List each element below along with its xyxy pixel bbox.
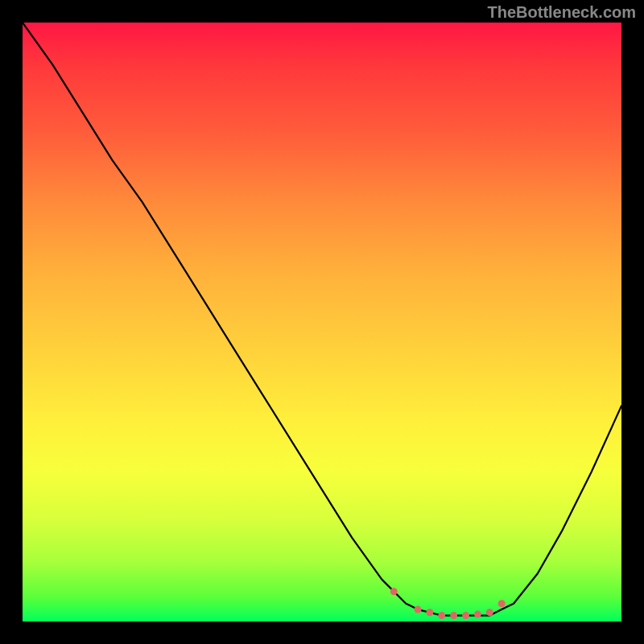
marker-dot bbox=[438, 612, 445, 619]
watermark-text: TheBottleneck.com bbox=[488, 3, 636, 22]
marker-dot bbox=[486, 609, 493, 616]
marker-dot bbox=[390, 588, 398, 595]
curve-svg bbox=[23, 23, 621, 621]
marker-dot bbox=[462, 612, 469, 619]
marker-dot bbox=[498, 600, 506, 607]
marker-dot bbox=[426, 609, 433, 616]
marker-dot bbox=[474, 611, 481, 618]
bottleneck-curve bbox=[23, 23, 621, 616]
marker-dot bbox=[450, 612, 457, 619]
marker-dot bbox=[415, 606, 422, 613]
plot-area bbox=[23, 23, 621, 621]
plot-frame bbox=[23, 23, 621, 621]
